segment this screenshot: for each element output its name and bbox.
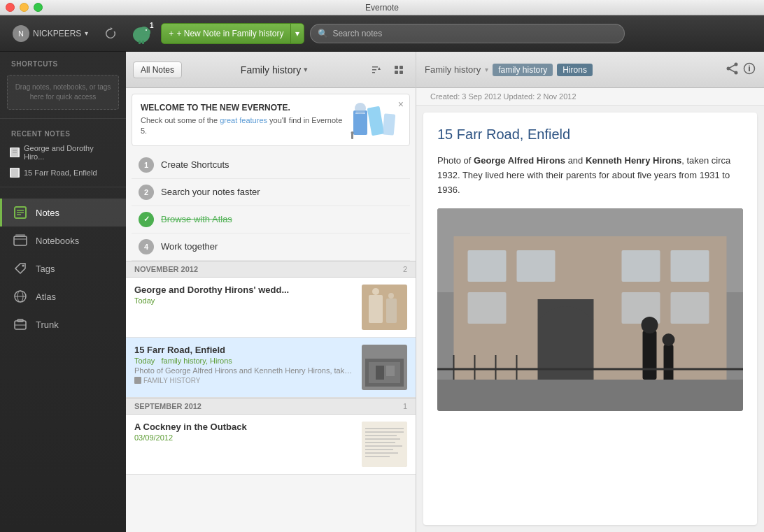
note-list-item-george[interactable]: George and Dorothy Hirons' wedd... Today (126, 278, 416, 338)
document-icon (11, 148, 18, 157)
recent-note-item-2[interactable]: 15 Farr Road, Enfield (0, 164, 126, 181)
breadcrumb-notebook: Family history (425, 64, 481, 75)
svg-rect-31 (395, 66, 398, 69)
note-list-item-farr[interactable]: 15 Farr Road, Enfield Today family histo… (126, 338, 416, 398)
feature-item-3[interactable]: ✓ Browse with Atlas (132, 206, 410, 233)
note-tags-farr: family history, Hirons (162, 357, 232, 365)
info-button[interactable] (743, 62, 756, 78)
note-meta-george: Today (134, 296, 355, 305)
section-count-nov: 2 (403, 265, 407, 273)
svg-rect-16 (14, 236, 27, 245)
close-button[interactable] (6, 3, 15, 12)
sidebar: SHORTCUTS Drag notes, notebooks, or tags… (0, 52, 126, 532)
minimize-button[interactable] (20, 3, 29, 12)
arrow-icon: ▾ (295, 29, 299, 38)
svg-rect-37 (367, 106, 385, 136)
note-date-cockney: 03/09/2012 (134, 433, 173, 442)
svg-rect-28 (372, 69, 376, 71)
note-content[interactable]: 15 Farr Road, Enfield Photo of George Al… (423, 113, 757, 525)
feature-item-4[interactable]: 4 Work together (132, 233, 410, 261)
svg-point-83 (642, 317, 658, 333)
note-photo (437, 208, 743, 411)
svg-text:16: 16 (150, 22, 154, 29)
sort-button[interactable] (367, 60, 386, 80)
note-meta-farr: Today family history, Hirons (134, 357, 355, 365)
svg-rect-27 (372, 66, 378, 68)
view-toggle-button[interactable] (389, 60, 409, 80)
trunk-icon (12, 316, 29, 333)
toolbar: N NICKPEERS ▾ 16 + + New Note in Family … (0, 15, 764, 52)
notebook-dropdown-icon: ▾ (304, 65, 308, 74)
svg-rect-32 (399, 66, 403, 69)
sidebar-notebooks-label: Notebooks (36, 236, 79, 246)
document-icon-2 (11, 168, 18, 177)
recent-notes-title: RECENT NOTES (0, 124, 126, 141)
new-note-label: + New Note in Family history (176, 29, 283, 38)
detail-panel: Family history ▾ family history Hirons C… (416, 52, 764, 532)
share-button[interactable] (726, 62, 739, 78)
feature-item-1[interactable]: 1 Create Shortcuts (132, 152, 410, 179)
note-list-item-cockney[interactable]: A Cockney in the Outback 03/09/2012 (126, 415, 416, 475)
feature-num-4: 4 (139, 239, 154, 254)
svg-rect-75 (468, 250, 507, 282)
sync-button[interactable] (99, 22, 122, 45)
sidebar-trunk-label: Trunk (36, 319, 59, 330)
tag-pill-family-history[interactable]: family history (493, 64, 553, 76)
new-note-main[interactable]: + + New Note in Family history (162, 24, 291, 43)
elephant-svg: 16 (129, 21, 154, 46)
svg-rect-82 (643, 331, 657, 380)
note-date-farr: Today (134, 357, 155, 365)
info-icon (743, 62, 756, 75)
tag-pill-hirons[interactable]: Hirons (557, 64, 593, 76)
search-bar[interactable]: 🔍 Search notes (310, 24, 625, 43)
sidebar-item-trunk[interactable]: Trunk (0, 310, 126, 338)
svg-rect-34 (399, 71, 403, 74)
note-info-farr: 15 Farr Road, Enfield Today family histo… (134, 345, 355, 390)
svg-point-85 (663, 333, 675, 346)
maximize-button[interactable] (34, 3, 43, 12)
shortcuts-drop-zone: Drag notes, notebooks, or tags here for … (7, 75, 119, 110)
svg-line-66 (728, 64, 736, 69)
note-title-george: George and Dorothy Hirons' wedd... (134, 285, 355, 295)
main-area: SHORTCUTS Drag notes, notebooks, or tags… (0, 52, 764, 532)
cockney-thumb (362, 422, 407, 467)
breadcrumb: Family history ▾ family history Hirons (425, 64, 721, 76)
svg-rect-78 (671, 250, 709, 282)
tags-icon (12, 260, 29, 277)
sidebar-item-tags[interactable]: Tags (0, 254, 126, 282)
feature-num-3: ✓ (139, 212, 154, 227)
feature-label-4: Work together (161, 241, 218, 252)
notebook-badge-icon (134, 377, 141, 384)
svg-line-67 (728, 69, 736, 73)
user-menu-button[interactable]: N NICKPEERS ▾ (7, 22, 94, 45)
user-avatar: N (13, 25, 29, 42)
svg-point-41 (351, 131, 354, 134)
sidebar-item-notebooks[interactable]: Notebooks (0, 227, 126, 254)
svg-rect-40 (351, 134, 353, 139)
feature-item-2[interactable]: 2 Search your notes faster (132, 179, 410, 206)
user-label: NICKPEERS (33, 29, 81, 38)
svg-rect-38 (383, 113, 396, 135)
new-note-dropdown-arrow[interactable]: ▾ (291, 24, 304, 43)
sidebar-item-atlas[interactable]: Atlas (0, 282, 126, 310)
breadcrumb-separator: ▾ (485, 66, 488, 73)
svg-rect-43 (369, 295, 383, 323)
sort-icon (371, 64, 382, 76)
note-thumb-farr (362, 345, 407, 390)
evernote-logo: 16 (127, 20, 155, 48)
notebook-selector[interactable]: Family history ▾ (188, 64, 361, 76)
note-thumb-george (362, 285, 407, 330)
all-notes-button[interactable]: All Notes (133, 62, 182, 78)
new-note-button[interactable]: + + New Note in Family history ▾ (161, 23, 304, 44)
sidebar-item-notes[interactable]: Notes (0, 199, 126, 227)
recent-note-item[interactable]: George and Dorothy Hiro... (0, 141, 126, 164)
feature-num-1: 1 (139, 157, 154, 173)
note-thumb-cockney (362, 422, 407, 467)
note-content-title: 15 Farr Road, Enfield (437, 127, 743, 143)
svg-point-46 (388, 293, 394, 299)
share-icon (726, 62, 739, 75)
svg-point-45 (372, 288, 379, 295)
note-info-cockney: A Cockney in the Outback 03/09/2012 (134, 422, 355, 467)
note-meta-cockney: 03/09/2012 (134, 433, 355, 442)
svg-rect-5 (142, 41, 144, 44)
